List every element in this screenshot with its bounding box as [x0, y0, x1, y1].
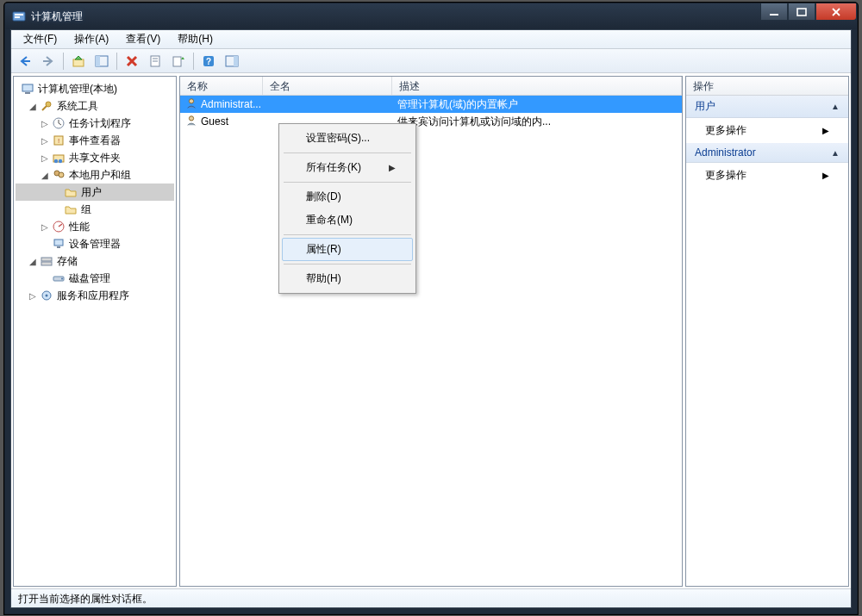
tree-label: 组 [81, 202, 91, 217]
svg-point-37 [61, 278, 63, 280]
list-row-administrator[interactable]: Administrat... 管理计算机(域)的内置帐户 [180, 96, 682, 113]
list-row-guest[interactable]: Guest 供来宾访问计算机或访问域的内... [180, 113, 682, 130]
computer-icon [21, 82, 34, 96]
ctx-properties[interactable]: 属性(R) [282, 238, 413, 261]
menu-help[interactable]: 帮助(H) [171, 30, 220, 48]
ctx-set-password[interactable]: 设置密码(S)... [282, 127, 413, 150]
tree-label: 磁盘管理 [69, 271, 110, 286]
expand-icon[interactable]: ▷ [40, 153, 50, 163]
export-list-button[interactable] [168, 52, 189, 71]
tree-task-scheduler[interactable]: ▷ 任务计划程序 [16, 115, 174, 132]
window-buttons [760, 3, 857, 21]
ctx-help[interactable]: 帮助(H) [282, 267, 413, 290]
body-panels: 计算机管理(本地) ◢ 系统工具 ▷ 任务计划程序 ▷ ! [11, 73, 851, 588]
svg-text:!: ! [58, 137, 59, 145]
tree-services-apps[interactable]: ▷ 服务和应用程序 [16, 287, 174, 304]
toolbar-sep [193, 53, 194, 70]
ctx-label: 重命名(M) [306, 213, 353, 227]
actions-group-users[interactable]: 用户 ▲ [686, 96, 848, 118]
tree-event-viewer[interactable]: ▷ ! 事件查看器 [16, 132, 174, 149]
ctx-all-tasks[interactable]: 所有任务(K) ▶ [282, 156, 413, 179]
expand-icon[interactable]: ▷ [40, 119, 50, 128]
tree-label: 事件查看器 [69, 134, 121, 148]
ctx-rename[interactable]: 重命名(M) [282, 208, 413, 232]
svg-rect-20 [22, 84, 33, 91]
collapse-icon[interactable]: ◢ [40, 171, 50, 180]
folder-icon [64, 185, 78, 199]
svg-rect-19 [234, 56, 238, 66]
actions-panel: 操作 用户 ▲ 更多操作 ▶ Administrator ▲ 更多操作 ▶ [685, 76, 849, 587]
app-icon [12, 9, 26, 23]
menu-action[interactable]: 操作(A) [67, 30, 116, 48]
expand-icon[interactable]: ▷ [40, 136, 50, 146]
services-icon [40, 289, 53, 302]
tree-storage[interactable]: ◢ 存储 [16, 252, 174, 270]
ctx-sep [284, 182, 411, 183]
toolbar-sep [116, 53, 117, 70]
status-text: 打开当前选择的属性对话框。 [18, 593, 153, 605]
tree-users[interactable]: 用户 [16, 184, 174, 201]
help-button[interactable]: ? [198, 52, 219, 71]
menu-view[interactable]: 查看(V) [119, 30, 167, 48]
list-area[interactable]: Administrat... 管理计算机(域)的内置帐户 Guest 供来宾访问… [180, 96, 682, 586]
nav-tree: 计算机管理(本地) ◢ 系统工具 ▷ 任务计划程序 ▷ ! [14, 77, 176, 308]
properties-button[interactable] [145, 52, 166, 71]
actions-more-admin[interactable]: 更多操作 ▶ [686, 163, 848, 188]
app-window: 计算机管理 文件(F) 操作(A) 查看(V) 帮助(H) ? [4, 3, 858, 614]
delete-button[interactable] [122, 52, 142, 71]
context-menu: 设置密码(S)... 所有任务(K) ▶ 删除(D) 重命名(M) 属性(R) … [278, 123, 416, 294]
col-fullname[interactable]: 全名 [263, 77, 392, 95]
tree-groups[interactable]: 组 [16, 201, 174, 218]
ctx-sep [284, 264, 411, 264]
svg-rect-7 [73, 59, 84, 66]
ctx-delete[interactable]: 删除(D) [282, 185, 413, 208]
ctx-label: 属性(R) [306, 242, 341, 257]
svg-point-39 [46, 295, 48, 297]
tree-device-manager[interactable]: 设备管理器 [16, 235, 174, 252]
tree-system-tools[interactable]: ◢ 系统工具 [16, 97, 174, 115]
action-pane-button[interactable] [222, 52, 242, 71]
collapse-icon[interactable]: ◢ [28, 257, 38, 266]
ctx-label: 帮助(H) [306, 271, 341, 286]
nav-back-button[interactable] [15, 52, 35, 71]
actions-more-users[interactable]: 更多操作 ▶ [686, 118, 848, 143]
clock-icon [52, 116, 66, 130]
close-button[interactable] [815, 3, 857, 21]
user-icon [185, 115, 197, 129]
tree-label: 设备管理器 [69, 237, 121, 252]
tree-disk-mgmt[interactable]: 磁盘管理 [16, 270, 174, 287]
col-name[interactable]: 名称 [180, 77, 263, 95]
ctx-label: 设置密码(S)... [306, 131, 370, 146]
client-area: 文件(F) 操作(A) 查看(V) 帮助(H) ? [10, 29, 852, 608]
tree-local-users[interactable]: ◢ 本地用户和组 [16, 166, 174, 184]
ctx-label: 所有任务(K) [306, 160, 361, 175]
device-icon [52, 237, 66, 251]
tree-performance[interactable]: ▷ 性能 [16, 218, 174, 235]
actions-group-admin[interactable]: Administrator ▲ [686, 143, 848, 163]
expand-icon[interactable]: ▷ [28, 291, 38, 301]
user-icon [185, 97, 197, 112]
tree-shared-folders[interactable]: ▷ 共享文件夹 [16, 149, 174, 166]
maximize-button[interactable] [788, 3, 815, 21]
minimize-button[interactable] [760, 3, 788, 21]
cell-desc: 供来宾访问计算机或访问域的内... [397, 115, 551, 129]
actions-item-label: 更多操作 [705, 168, 746, 183]
up-button[interactable] [68, 52, 89, 71]
titlebar[interactable]: 计算机管理 [5, 3, 857, 29]
show-hide-tree-button[interactable] [91, 52, 112, 71]
collapse-icon[interactable]: ◢ [28, 102, 38, 111]
actions-group-label: Administrator [695, 146, 756, 159]
tree-panel[interactable]: 计算机管理(本地) ◢ 系统工具 ▷ 任务计划程序 ▷ ! [13, 76, 177, 587]
tree-root[interactable]: 计算机管理(本地) [16, 80, 174, 97]
cell-name: Guest [201, 115, 228, 128]
expand-icon[interactable]: ▷ [40, 222, 50, 232]
tools-icon [40, 99, 53, 113]
menu-file[interactable]: 文件(F) [16, 30, 64, 48]
cell-desc: 管理计算机(域)的内置帐户 [397, 97, 518, 112]
col-description[interactable]: 描述 [392, 77, 682, 95]
nav-forward-button[interactable] [38, 52, 59, 71]
svg-rect-3 [770, 14, 778, 16]
svg-point-41 [189, 115, 193, 120]
users-icon [52, 168, 66, 182]
ctx-label: 删除(D) [306, 190, 341, 204]
